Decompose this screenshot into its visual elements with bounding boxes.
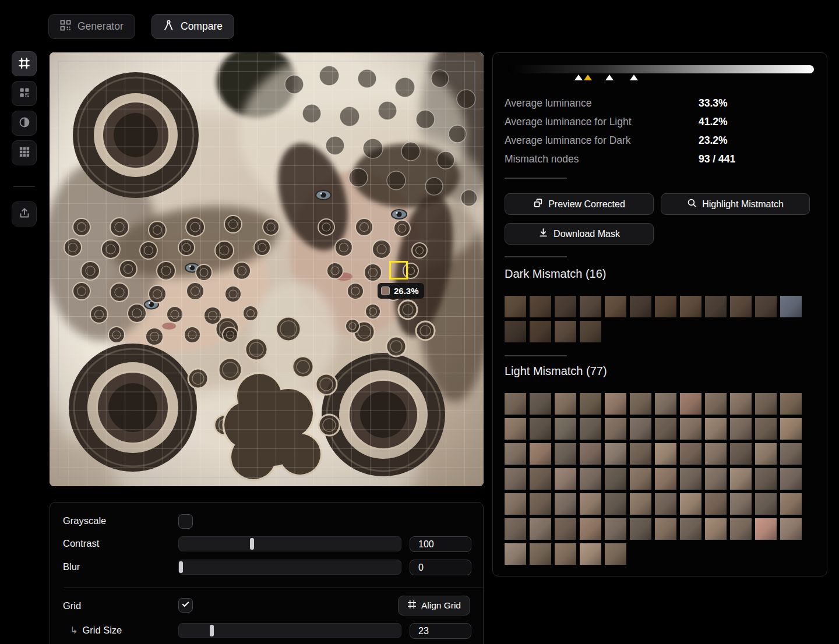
mismatch-tile[interactable]	[680, 393, 701, 415]
mismatch-tile[interactable]	[555, 443, 576, 465]
grid-size-value[interactable]: 23	[410, 623, 471, 639]
tool-grid[interactable]	[12, 140, 37, 165]
mismatch-tile[interactable]	[755, 493, 777, 515]
mismatch-tile[interactable]	[780, 418, 802, 440]
mismatch-tile[interactable]	[555, 393, 576, 415]
grid-checkbox[interactable]	[178, 598, 193, 613]
align-grid-button[interactable]: Align Grid	[398, 596, 470, 615]
mismatch-tile[interactable]	[705, 418, 727, 440]
tool-frame[interactable]	[12, 51, 37, 76]
mismatch-tile[interactable]	[730, 418, 752, 440]
mismatch-tile[interactable]	[705, 493, 727, 515]
mismatch-tile[interactable]	[530, 321, 551, 342]
mismatch-tile[interactable]	[580, 393, 601, 415]
tool-qr[interactable]	[12, 81, 37, 106]
tool-upload[interactable]	[12, 201, 37, 227]
preview-corrected-button[interactable]: Preview Corrected	[505, 193, 654, 215]
mismatch-tile[interactable]	[680, 493, 701, 515]
mismatch-tile[interactable]	[530, 518, 551, 540]
mismatch-tile[interactable]	[705, 518, 727, 540]
mismatch-tile[interactable]	[755, 418, 777, 440]
mismatch-tile[interactable]	[730, 468, 752, 490]
mismatch-tile[interactable]	[780, 296, 802, 317]
mismatch-tile[interactable]	[505, 418, 526, 440]
mismatch-tile[interactable]	[680, 518, 701, 540]
mismatch-tile[interactable]	[505, 296, 526, 317]
blur-slider[interactable]	[178, 560, 401, 575]
mismatch-tile[interactable]	[655, 518, 676, 540]
mismatch-tile[interactable]	[555, 296, 576, 317]
mismatch-tile[interactable]	[780, 468, 802, 490]
mismatch-tile[interactable]	[580, 518, 601, 540]
mismatch-tile[interactable]	[730, 493, 752, 515]
mismatch-tile[interactable]	[505, 543, 526, 565]
mismatch-tile[interactable]	[630, 296, 651, 317]
mismatch-tile[interactable]	[505, 493, 526, 515]
mismatch-tile[interactable]	[530, 393, 551, 415]
mismatch-tile[interactable]	[755, 468, 777, 490]
mismatch-tile[interactable]	[555, 543, 576, 565]
mismatch-tile[interactable]	[680, 296, 701, 317]
contrast-slider-thumb[interactable]	[250, 538, 254, 550]
mismatch-tile[interactable]	[555, 493, 576, 515]
mismatch-tile[interactable]	[555, 321, 576, 342]
mismatch-tile[interactable]	[505, 468, 526, 490]
mismatch-tile[interactable]	[730, 296, 752, 317]
mismatch-tile[interactable]	[555, 468, 576, 490]
mismatch-tile[interactable]	[530, 443, 551, 465]
mismatch-tile[interactable]	[630, 418, 651, 440]
highlight-mismatch-button[interactable]: Highlight Mistmatch	[661, 193, 810, 215]
mismatch-tile[interactable]	[630, 393, 651, 415]
mismatch-tile[interactable]	[580, 468, 601, 490]
mismatch-tile[interactable]	[680, 468, 701, 490]
mismatch-tile[interactable]	[755, 296, 777, 317]
mismatch-tile[interactable]	[780, 493, 802, 515]
mismatch-tile[interactable]	[630, 493, 651, 515]
mismatch-tile[interactable]	[530, 296, 551, 317]
mismatch-tile[interactable]	[680, 418, 701, 440]
mismatch-tile[interactable]	[605, 543, 626, 565]
mismatch-tile[interactable]	[530, 543, 551, 565]
mismatch-tile[interactable]	[605, 493, 626, 515]
mismatch-tile[interactable]	[605, 296, 626, 317]
mismatch-tile[interactable]	[755, 443, 777, 465]
mismatch-tile[interactable]	[580, 443, 601, 465]
mismatch-tile[interactable]	[530, 493, 551, 515]
grid-size-slider[interactable]	[178, 623, 401, 638]
image-viewer[interactable]: 26.3%	[50, 52, 484, 486]
mismatch-tile[interactable]	[530, 468, 551, 490]
blur-slider-thumb[interactable]	[179, 561, 183, 573]
mismatch-tile[interactable]	[630, 443, 651, 465]
selection-box[interactable]	[389, 261, 408, 279]
mismatch-tile[interactable]	[655, 493, 676, 515]
mismatch-tile[interactable]	[580, 493, 601, 515]
mismatch-tile[interactable]	[630, 468, 651, 490]
mismatch-tile[interactable]	[580, 296, 601, 317]
mismatch-tile[interactable]	[580, 321, 601, 342]
mismatch-tile[interactable]	[505, 443, 526, 465]
mismatch-tile[interactable]	[655, 443, 676, 465]
mismatch-tile[interactable]	[655, 468, 676, 490]
contrast-slider[interactable]	[178, 536, 401, 551]
tab-compare[interactable]: Compare	[151, 14, 234, 39]
mismatch-tile[interactable]	[730, 443, 752, 465]
mismatch-tile[interactable]	[705, 296, 727, 317]
mismatch-tile[interactable]	[555, 418, 576, 440]
download-mask-button[interactable]: Download Mask	[505, 223, 654, 245]
contrast-value[interactable]: 100	[410, 536, 471, 552]
mismatch-tile[interactable]	[705, 393, 727, 415]
mismatch-tile[interactable]	[780, 443, 802, 465]
mismatch-tile[interactable]	[755, 518, 777, 540]
mismatch-tile[interactable]	[705, 443, 727, 465]
tool-contrast[interactable]	[12, 111, 37, 136]
blur-value[interactable]: 0	[410, 560, 471, 575]
mismatch-tile[interactable]	[605, 443, 626, 465]
mismatch-tile[interactable]	[605, 393, 626, 415]
mismatch-tile[interactable]	[630, 518, 651, 540]
mismatch-tile[interactable]	[530, 418, 551, 440]
mismatch-tile[interactable]	[555, 518, 576, 540]
mismatch-tile[interactable]	[780, 393, 802, 415]
mismatch-tile[interactable]	[605, 468, 626, 490]
mismatch-tile[interactable]	[605, 518, 626, 540]
mismatch-tile[interactable]	[680, 443, 701, 465]
